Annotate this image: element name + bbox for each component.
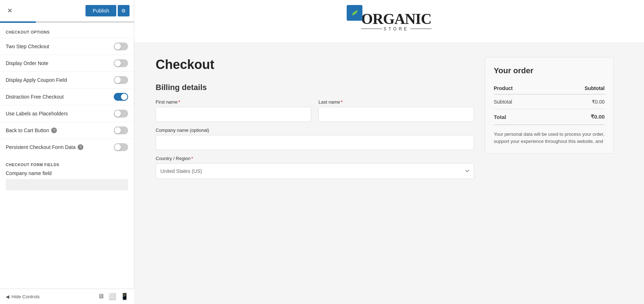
help-icon-back-to-cart[interactable]: ?	[51, 128, 57, 133]
first-name-group: First name*	[156, 99, 311, 122]
country-row: Country / Region* United States (US)	[156, 156, 474, 179]
toggle-persistent-form[interactable]	[114, 143, 128, 151]
checkout-options-title: CHECKOUT OPTIONS	[0, 23, 134, 38]
last-name-required: *	[341, 99, 343, 105]
option-label-labels-placeholders: Use Labels as Placeholders	[6, 111, 68, 116]
billing-section: Billing details First name* Last name*	[156, 83, 474, 179]
publish-button[interactable]: Publish	[86, 5, 116, 16]
option-label-distraction-free: Distraction Free Checkout	[6, 94, 64, 100]
last-name-input[interactable]	[318, 107, 474, 122]
company-name-section: Company name field	[0, 170, 134, 196]
sidebar-header: ✕ Publish ⚙	[0, 0, 134, 21]
option-label-back-to-cart: Back to Cart Button ?	[6, 128, 57, 133]
subtotal-label: Subtotal	[494, 94, 548, 109]
toggle-distraction-free[interactable]	[114, 93, 128, 101]
option-labels-placeholders: Use Labels as Placeholders	[0, 105, 134, 122]
main-content: ORGANIC STORE Checkout Billing details	[134, 0, 644, 304]
logo-text-area: ORGANIC STORE	[361, 11, 431, 31]
option-label-two-step: Two Step Checkout	[6, 44, 49, 49]
hide-controls-label: Hide Controls	[11, 294, 40, 299]
publish-area: Publish ⚙	[86, 5, 130, 16]
toggle-back-to-cart[interactable]	[114, 126, 128, 134]
option-label-coupon-field: Display Apply Coupon Field	[6, 77, 67, 83]
subtotal-value: ₹0.00	[548, 94, 605, 109]
company-label: Company name (optional)	[156, 128, 474, 133]
toggle-order-note[interactable]	[114, 59, 128, 67]
checkout-main: Checkout Billing details First name* Las…	[156, 57, 474, 185]
name-row: First name* Last name*	[156, 99, 474, 122]
order-table: Product Subtotal Subtotal ₹0.00 Total ₹0…	[494, 83, 605, 125]
option-order-note: Display Order Note	[0, 55, 134, 71]
store-logo: ORGANIC STORE	[347, 11, 431, 31]
desktop-icon[interactable]: 🖥	[98, 293, 104, 300]
toggle-labels-placeholders[interactable]	[114, 110, 128, 118]
subtotal-col-header: Subtotal	[548, 83, 605, 94]
option-distraction-free: Distraction Free Checkout	[0, 88, 134, 105]
tablet-icon[interactable]: ⬜	[108, 293, 116, 300]
billing-title: Billing details	[156, 83, 474, 92]
total-label: Total	[494, 109, 548, 125]
first-name-required: *	[178, 99, 180, 105]
total-row: Total ₹0.00	[494, 109, 605, 125]
hide-controls-circle-icon: ◀	[6, 294, 9, 299]
option-label-order-note: Display Order Note	[6, 60, 48, 66]
company-field-toggle-bar[interactable]	[6, 179, 128, 190]
company-field-label: Company name field	[6, 170, 128, 176]
close-button[interactable]: ✕	[4, 5, 15, 16]
country-select-wrapper: United States (US)	[156, 163, 474, 179]
toggle-two-step[interactable]	[114, 43, 128, 50]
country-group: Country / Region* United States (US)	[156, 156, 474, 179]
product-col-header: Product	[494, 83, 548, 94]
sidebar: ✕ Publish ⚙ CHECKOUT OPTIONS Two Step Ch…	[0, 0, 134, 304]
country-label: Country / Region*	[156, 156, 474, 161]
company-input[interactable]	[156, 135, 474, 150]
option-persistent-form: Persistent Checkout Form Data ?	[0, 139, 134, 155]
help-icon-persistent-form[interactable]: ?	[78, 144, 83, 150]
checkout-body: Checkout Billing details First name* Las…	[134, 43, 635, 199]
company-row: Company name (optional)	[156, 128, 474, 150]
mobile-icon[interactable]: 📱	[121, 293, 128, 300]
device-icons: 🖥 ⬜ 📱	[98, 293, 128, 300]
order-title: Your order	[494, 66, 605, 75]
country-select[interactable]: United States (US)	[156, 163, 474, 179]
option-two-step: Two Step Checkout	[0, 38, 134, 55]
country-required: *	[191, 156, 193, 161]
store-text: STORE	[384, 26, 409, 31]
company-group: Company name (optional)	[156, 128, 474, 150]
toggle-coupon-field[interactable]	[114, 76, 128, 84]
hide-controls-button[interactable]: ◀ Hide Controls	[6, 294, 40, 299]
checkout-title: Checkout	[156, 57, 474, 72]
option-label-persistent-form: Persistent Checkout Form Data ?	[6, 144, 83, 150]
last-name-label: Last name*	[318, 99, 474, 105]
last-name-group: Last name*	[318, 99, 474, 122]
leaf-icon	[350, 8, 359, 18]
total-value: ₹0.00	[548, 109, 605, 125]
first-name-input[interactable]	[156, 107, 311, 122]
organic-text: ORGANIC	[361, 11, 431, 26]
store-header: ORGANIC STORE	[134, 0, 644, 43]
option-back-to-cart: Back to Cart Button ?	[0, 122, 134, 139]
privacy-text: Your personal data will be used to proce…	[494, 131, 605, 145]
gear-button[interactable]: ⚙	[118, 5, 130, 16]
bottom-controls: ◀ Hide Controls 🖥 ⬜ 📱	[0, 289, 134, 304]
checkout-form-fields-title: CHECKOUT FORM FIELDS	[0, 155, 134, 170]
order-summary: Your order Product Subtotal Subtotal ₹0.…	[485, 57, 614, 154]
subtotal-row: Subtotal ₹0.00	[494, 94, 605, 109]
option-coupon-field: Display Apply Coupon Field	[0, 71, 134, 88]
first-name-label: First name*	[156, 99, 311, 105]
